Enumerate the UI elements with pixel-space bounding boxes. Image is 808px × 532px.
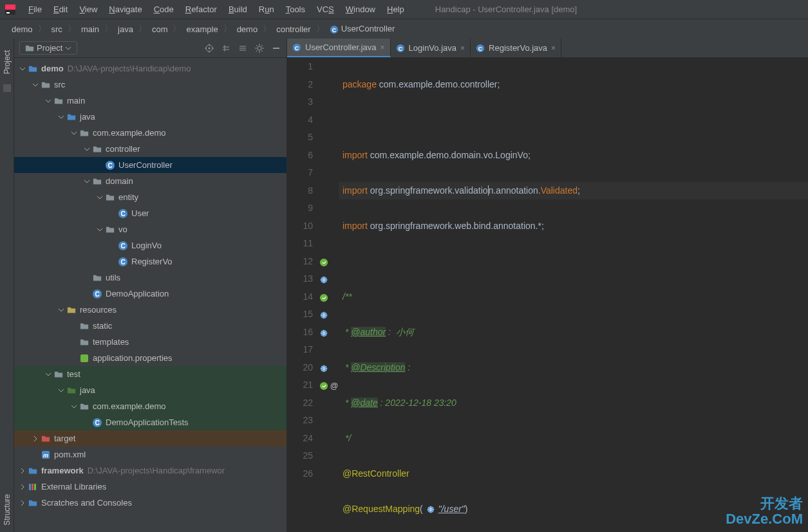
tree-java[interactable]: java <box>14 109 287 125</box>
tree-pkg2[interactable]: com.example.demo <box>14 398 287 414</box>
code-content[interactable]: package com.example.demo.controller; imp… <box>339 58 808 532</box>
svg-rect-7 <box>6 12 10 14</box>
breadcrumb: demo〉 src〉 main〉 java〉 com〉 example〉 dem… <box>0 19 808 39</box>
tree-demoapptests[interactable]: DemoApplicationTests <box>14 414 287 430</box>
window-title: Handicap - UserController.java [demo] <box>435 5 577 14</box>
spring-gutter-icon[interactable] <box>319 381 328 390</box>
tree-framework[interactable]: framework D:\JAVA-projects\Handicap\fram… <box>14 463 287 479</box>
web-gutter-icon[interactable] <box>319 364 328 373</box>
bc-java[interactable]: java <box>114 23 137 35</box>
code-editor[interactable]: 123456789101112131415161720212223242526 … <box>287 58 808 532</box>
side-structure-btn[interactable]: Structure <box>3 494 12 526</box>
tree-appprops[interactable]: application.properties <box>14 350 287 366</box>
tab-loginvo[interactable]: LoginVo.java× <box>391 39 471 57</box>
collapse-all-icon[interactable] <box>238 43 248 53</box>
tree-scratches[interactable]: Scratches and Consoles <box>14 495 287 511</box>
gutter-icons <box>318 58 339 532</box>
menu-window[interactable]: Window <box>341 2 381 17</box>
menu-file[interactable]: File <box>23 2 47 17</box>
bc-class[interactable]: UserController <box>326 23 399 35</box>
menu-view[interactable]: View <box>74 2 102 17</box>
svg-rect-11 <box>80 354 88 362</box>
bc-src[interactable]: src <box>48 23 66 35</box>
svg-rect-16 <box>34 484 36 490</box>
tab-usercontroller[interactable]: UserController.java× <box>287 39 391 57</box>
tree-pom[interactable]: mpom.xml <box>14 446 287 463</box>
watermark: 开发者 DevZe.CoM <box>726 496 803 527</box>
tree-test[interactable]: test <box>14 366 287 382</box>
bc-main[interactable]: main <box>77 23 103 35</box>
tree-registervo[interactable]: RegisterVo <box>14 253 287 270</box>
editor-area: UserController.java× LoginVo.java× Regis… <box>287 39 808 532</box>
tree-src[interactable]: src <box>14 77 287 93</box>
svg-rect-14 <box>29 484 31 490</box>
tree-vo[interactable]: vo <box>14 221 287 237</box>
web-gutter-icon[interactable] <box>319 311 328 320</box>
tree-pkg1[interactable]: com.example.demo <box>14 125 287 141</box>
project-view-selector[interactable]: Project <box>19 41 77 55</box>
minimize-icon[interactable] <box>271 43 281 53</box>
expand-all-icon[interactable] <box>221 43 231 53</box>
tab-registervo[interactable]: RegisterVo.java× <box>471 39 561 57</box>
menu-code[interactable]: Code <box>149 2 179 17</box>
menu-navigate[interactable]: Navigate <box>104 2 147 17</box>
bc-example[interactable]: example <box>182 23 221 35</box>
tree-loginvo[interactable]: LoginVo <box>14 237 287 253</box>
bc-com[interactable]: com <box>148 23 172 35</box>
svg-rect-15 <box>32 484 33 490</box>
editor-tabs: UserController.java× LoginVo.java× Regis… <box>287 39 808 58</box>
menu-help[interactable]: Help <box>382 2 409 17</box>
app-logo-icon <box>5 5 15 15</box>
tree-utils[interactable]: utils <box>14 270 287 286</box>
bc-demo[interactable]: demo <box>8 23 37 35</box>
menu-build[interactable]: Build <box>223 2 252 17</box>
side-project-btn[interactable]: Project <box>3 50 12 74</box>
project-panel: Project demo D:\JAVA-projects\Handicap\d… <box>14 39 287 532</box>
spring-gutter-icon[interactable] <box>319 293 328 302</box>
web-gutter-icon[interactable] <box>319 275 328 284</box>
tree-domain[interactable]: domain <box>14 173 287 189</box>
side-square-icon <box>3 84 11 92</box>
spring-gutter-icon[interactable] <box>319 258 328 267</box>
tab-close-icon[interactable]: × <box>551 44 556 53</box>
tree-extlib[interactable]: External Libraries <box>14 479 287 495</box>
svg-point-9 <box>209 47 211 49</box>
menu-bar: File Edit View Navigate Code Refactor Bu… <box>0 0 808 19</box>
project-tree[interactable]: demo D:\JAVA-projects\Handicap\demo src … <box>14 58 287 532</box>
menu-edit[interactable]: Edit <box>48 2 73 17</box>
tree-java2[interactable]: java <box>14 382 287 398</box>
left-tool-strip: Project Structure <box>0 39 14 532</box>
project-panel-header: Project <box>14 39 287 58</box>
tab-close-icon[interactable]: × <box>381 43 385 52</box>
tree-resources[interactable]: resources <box>14 302 287 318</box>
at-gutter-icon[interactable] <box>330 381 339 390</box>
menu-run[interactable]: Run <box>254 2 279 17</box>
bc-controller[interactable]: controller <box>272 23 314 35</box>
tree-usercontroller[interactable]: UserController <box>14 157 287 173</box>
tree-target[interactable]: target <box>14 430 287 446</box>
menu-vcs[interactable]: VCS <box>312 2 339 17</box>
bc-pkgdemo[interactable]: demo <box>233 23 262 35</box>
settings-icon[interactable] <box>254 43 265 53</box>
tree-entity[interactable]: entity <box>14 189 287 205</box>
web-gutter-icon[interactable] <box>319 329 328 338</box>
tab-close-icon[interactable]: × <box>460 44 465 53</box>
tree-main[interactable]: main <box>14 93 287 109</box>
svg-text:m: m <box>43 452 48 459</box>
tree-demoapp[interactable]: DemoApplication <box>14 286 287 302</box>
tree-controller[interactable]: controller <box>14 141 287 157</box>
tree-demo[interactable]: demo D:\JAVA-projects\Handicap\demo <box>14 60 287 77</box>
line-number-gutter: 123456789101112131415161720212223242526 <box>287 58 318 532</box>
tree-templates[interactable]: templates <box>14 334 287 350</box>
locate-icon[interactable] <box>204 43 214 53</box>
tree-static[interactable]: static <box>14 318 287 334</box>
tree-user[interactable]: User <box>14 205 287 221</box>
svg-point-10 <box>258 46 261 50</box>
menu-tools[interactable]: Tools <box>281 2 310 17</box>
menu-refactor[interactable]: Refactor <box>180 2 222 17</box>
